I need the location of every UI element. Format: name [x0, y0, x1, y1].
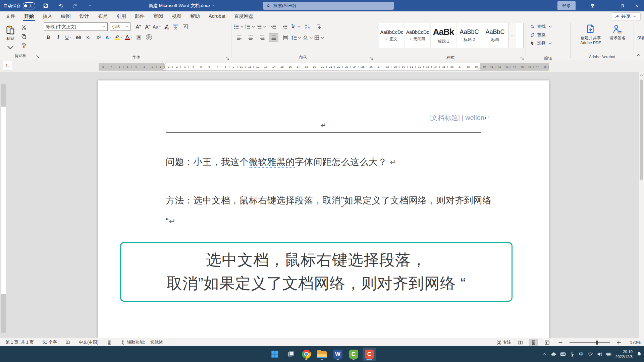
speaker-icon[interactable]: [597, 351, 602, 357]
paragraph-quote-end[interactable]: “↵: [166, 216, 176, 227]
enclose-characters-button[interactable]: 字: [145, 33, 153, 41]
select-button[interactable]: 选择: [530, 40, 569, 46]
scrollbar-thumb[interactable]: [640, 79, 643, 180]
tab-mailings[interactable]: 邮件: [130, 12, 149, 21]
save-to-baidu-button[interactable]: 保存到百度网盘: [637, 21, 644, 53]
style-normal[interactable]: AaBbCcDc ↵正文: [379, 23, 405, 48]
copy-button[interactable]: [19, 33, 28, 41]
right-indent-marker[interactable]: [478, 68, 481, 70]
format-painter-button[interactable]: [19, 42, 28, 50]
page-number-status[interactable]: 第 1 页, 共 1 页: [5, 340, 34, 345]
change-case-button[interactable]: Aa: [153, 23, 161, 31]
zoom-slider-thumb[interactable]: [596, 341, 598, 345]
align-center-button[interactable]: [246, 34, 255, 42]
collapse-ribbon-button[interactable]: [636, 52, 641, 58]
style-heading1[interactable]: AaBk 标题 1: [431, 23, 457, 48]
cut-button[interactable]: [19, 23, 28, 32]
character-shading-button[interactable]: A: [135, 33, 143, 41]
decrease-indent-button[interactable]: [269, 22, 278, 31]
share-button[interactable]: 共享: [611, 12, 641, 20]
restore-button[interactable]: [614, 0, 629, 11]
character-border-button[interactable]: A: [181, 23, 190, 31]
customize-qat-button[interactable]: [86, 1, 94, 10]
chrome-taskbar-button[interactable]: [300, 348, 313, 361]
language-status[interactable]: 中文(中国): [79, 340, 98, 345]
tab-view[interactable]: 视图: [167, 12, 186, 21]
zoom-in-button[interactable]: [614, 339, 623, 346]
underline-button[interactable]: U: [64, 33, 73, 41]
header-text[interactable]: [文档标题] | wellon↵: [429, 113, 489, 122]
tab-review[interactable]: 审阅: [149, 12, 167, 21]
bullets-button[interactable]: [235, 22, 244, 31]
multilevel-list-button[interactable]: [258, 22, 266, 31]
touch-keyboard-icon[interactable]: [560, 351, 566, 357]
paragraph-question[interactable]: 问题：小王，我这个微软雅黑的字体间距怎么这么大？ ↵: [166, 156, 397, 168]
text-effects-button[interactable]: A: [104, 33, 113, 41]
numbering-button[interactable]: 123: [246, 22, 255, 31]
paste-button[interactable]: 粘贴: [3, 22, 18, 54]
superscript-button[interactable]: x²: [94, 33, 103, 41]
undo-button[interactable]: [56, 1, 65, 10]
shrink-font-button[interactable]: [143, 23, 152, 31]
vertical-scrollbar[interactable]: [639, 72, 644, 338]
first-line-indent-marker[interactable]: [163, 62, 166, 65]
tab-help[interactable]: 帮助: [186, 12, 204, 21]
subscript-button[interactable]: x₂: [84, 33, 93, 41]
bold-button[interactable]: B: [44, 33, 53, 41]
document-title[interactable]: 新建 Microsoft Word 文档.docx: [149, 0, 216, 11]
grow-font-button[interactable]: [134, 23, 143, 31]
tab-draw[interactable]: 绘图: [57, 12, 75, 21]
macro-status[interactable]: [107, 340, 112, 345]
tab-insert[interactable]: 插入: [38, 12, 57, 21]
sign-in-button[interactable]: 登录: [557, 1, 576, 10]
file-explorer-taskbar-button[interactable]: [315, 348, 329, 361]
asian-layout-button[interactable]: A: [292, 22, 301, 31]
shading-button[interactable]: [304, 34, 313, 42]
accessibility-status[interactable]: 辅助功能: 一切就绪: [120, 340, 163, 345]
paragraph-method[interactable]: 方法：选中文档，鼠标右键选择段落，取消”如果定义了文档网络，则对齐到网络: [166, 194, 492, 206]
close-button[interactable]: [629, 0, 644, 11]
zoom-level[interactable]: 170%: [628, 340, 641, 345]
style-title[interactable]: AaBbC 标题: [482, 23, 508, 48]
document-page[interactable]: [文档标题] | wellon↵ ↵ 问题：小王，我这个微软雅黑的字体间距怎么这…: [98, 80, 549, 338]
line-spacing-button[interactable]: [292, 34, 301, 42]
onedrive-icon[interactable]: [551, 351, 556, 357]
tray-overflow-button[interactable]: [541, 351, 547, 357]
tab-acrobat[interactable]: Acrobat: [204, 12, 230, 20]
ime-indicator[interactable]: 中: [579, 351, 584, 357]
horizontal-ruler[interactable]: 87654321 1234567891011121314151617181920…: [99, 63, 549, 71]
tab-design[interactable]: 设计: [75, 12, 94, 21]
find-button[interactable]: 查找: [530, 23, 569, 29]
create-share-pdf-button[interactable]: 创建并共享 Adobe PDF: [577, 21, 605, 53]
show-marks-button[interactable]: [315, 22, 323, 31]
word-taskbar-button[interactable]: W: [331, 348, 344, 361]
save-button[interactable]: [41, 1, 50, 10]
request-signatures-button[interactable]: 请求签名: [607, 21, 628, 53]
wifi-icon[interactable]: [587, 351, 593, 357]
web-layout-button[interactable]: [543, 339, 551, 346]
tab-home[interactable]: 开始: [20, 12, 38, 21]
notification-bell-icon[interactable]: z: [636, 351, 642, 357]
distribute-button[interactable]: [281, 34, 290, 42]
scroll-up-arrow[interactable]: [639, 73, 644, 77]
clipboard-dialog-launcher[interactable]: [35, 54, 40, 59]
print-layout-button[interactable]: [529, 339, 538, 346]
sort-button[interactable]: AZ: [303, 22, 312, 31]
callout-text-box[interactable]: 选中文档，鼠标右键选择段落， 取消”如果定义了文档网络，则对齐到网络 “: [120, 242, 513, 302]
font-family-select[interactable]: 等线 (中文正文): [44, 22, 108, 31]
camtasia-green-taskbar-button[interactable]: C: [347, 348, 360, 361]
clear-formatting-button[interactable]: [162, 23, 171, 31]
minimize-button[interactable]: [600, 0, 614, 11]
align-right-button[interactable]: [258, 34, 266, 42]
align-left-button[interactable]: [235, 34, 244, 42]
tab-references[interactable]: 引用: [112, 12, 130, 21]
tab-layout[interactable]: 布局: [94, 12, 112, 21]
camtasia-recorder-taskbar-button[interactable]: C: [363, 348, 376, 361]
style-no-spacing[interactable]: AaBbCcDc ↵无间隔: [405, 23, 431, 48]
increase-indent-button[interactable]: [280, 22, 289, 31]
font-color-button[interactable]: A: [124, 33, 133, 41]
proofing-status[interactable]: [65, 340, 70, 345]
replace-button[interactable]: 替换: [530, 32, 569, 38]
borders-button[interactable]: [315, 34, 324, 42]
zoom-slider[interactable]: [570, 342, 610, 343]
